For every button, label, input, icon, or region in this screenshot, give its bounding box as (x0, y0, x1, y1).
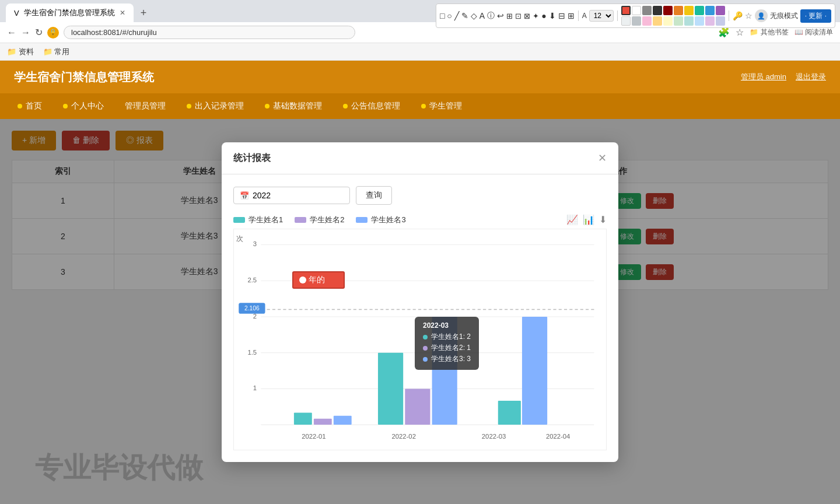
chart-legend: 学生姓名1 学生姓名2 学生姓名3 (233, 215, 406, 225)
color-white[interactable] (632, 6, 641, 15)
refresh-button[interactable]: ↻ (35, 27, 43, 38)
color-lt-blue2[interactable] (716, 16, 725, 26)
logout-button[interactable]: 退出登录 (796, 72, 826, 82)
color-darkred[interactable] (663, 6, 673, 15)
update-button[interactable]: · 更新 · (800, 9, 831, 23)
color-red[interactable] (621, 6, 631, 15)
color-lt-teal[interactable] (684, 16, 694, 26)
bar-chart-icon[interactable]: 📊 (583, 214, 594, 225)
bookmark-star[interactable]: ☆ (736, 27, 744, 38)
color-lt-blue[interactable] (695, 16, 704, 26)
back-button[interactable]: ← (7, 27, 16, 38)
address-bar[interactable]: localhost:8081/#/churujilu (64, 26, 355, 39)
nav-basic-label: 基础数据管理 (273, 101, 322, 111)
ann-grid-icon[interactable]: ⊞ (506, 12, 513, 20)
color-orange[interactable] (674, 6, 683, 15)
nav-admin-mgmt[interactable]: 管理员管理 (114, 93, 176, 119)
ann-star-icon[interactable]: ✦ (533, 12, 539, 20)
ann-pencil-icon[interactable]: ✎ (461, 11, 468, 20)
tooltip-label-1: 学生姓名1: 2 (431, 332, 471, 342)
legend-color-2 (295, 217, 306, 223)
tooltip-dot-2 (423, 346, 428, 351)
ann-minus-icon[interactable]: ⊟ (558, 11, 565, 20)
red-box-cursor (299, 276, 306, 284)
ann-box2-icon[interactable]: ⊡ (515, 12, 522, 20)
reader-mode-icon[interactable]: 📖 阅读清单 (794, 27, 833, 37)
nav-student-dot (421, 104, 426, 108)
color-lt-yellow[interactable] (663, 16, 673, 26)
color-lt-gray[interactable] (621, 16, 631, 26)
tab-close-icon[interactable]: ✕ (120, 9, 125, 17)
star-fav-icon[interactable]: ☆ (745, 11, 752, 20)
tooltip-dot-1 (423, 335, 428, 340)
bookmarks-bar: 📁 资料 📁 常用 (0, 43, 840, 61)
ann-circle2-icon[interactable]: ● (541, 11, 546, 20)
ann-text-icon[interactable]: A (480, 11, 485, 20)
nav-student-mgmt[interactable]: 学生管理 (411, 93, 473, 119)
ann-circle-icon[interactable]: ○ (447, 11, 452, 20)
chart-toolbar: 📈 📊 ⬇ (566, 214, 607, 225)
color-teal[interactable] (695, 6, 704, 15)
svg-rect-23 (498, 401, 521, 425)
color-lt-green[interactable] (674, 16, 683, 26)
bookmark-item-2[interactable]: 📁 常用 (43, 47, 70, 57)
extension-icon: 🧩 (718, 27, 730, 38)
nav-profile[interactable]: 个人中心 (52, 93, 114, 119)
ann-plus-icon[interactable]: ⊞ (568, 11, 575, 20)
nav-notice-dot (343, 104, 348, 108)
forward-button[interactable]: → (21, 27, 30, 38)
ann-crop-icon[interactable]: ⊠ (524, 12, 530, 20)
legend-color-1 (233, 217, 245, 223)
nav-home-label: 首页 (26, 101, 42, 111)
color-blue[interactable] (705, 6, 715, 15)
admin-label[interactable]: 管理员 admin (741, 72, 786, 82)
line-chart-icon[interactable]: 📈 (566, 214, 578, 225)
nav-access-records[interactable]: 出入记录管理 (176, 93, 254, 119)
download-chart-icon[interactable]: ⬇ (599, 214, 607, 225)
nav-basic-data[interactable]: 基础数据管理 (254, 93, 332, 119)
nav-access-dot (187, 104, 191, 108)
ann-info-icon[interactable]: ⓘ (487, 10, 495, 21)
tooltip-dot-3 (423, 357, 428, 362)
nav-home[interactable]: 首页 (7, 93, 52, 119)
color-yellow[interactable] (684, 6, 694, 15)
ann-line-icon[interactable]: ╱ (454, 11, 459, 20)
ann-rect-icon[interactable]: □ (440, 11, 444, 20)
ann-download-icon[interactable]: ⬇ (549, 11, 556, 20)
legend-item-2: 学生姓名2 (295, 215, 344, 225)
svg-rect-19 (378, 353, 403, 425)
color-lt-purple[interactable] (705, 16, 715, 26)
modal-close-button[interactable]: ✕ (598, 152, 607, 164)
nav-notice-label: 公告信息管理 (351, 101, 400, 111)
svg-text:2022-02: 2022-02 (391, 433, 415, 440)
nav-notice[interactable]: 公告信息管理 (332, 93, 411, 119)
svg-text:2022-03: 2022-03 (482, 433, 506, 440)
year-input[interactable] (253, 191, 323, 200)
other-bookmarks-icon: 📁 其他书签 (750, 27, 788, 37)
active-tab[interactable]: V 学生宿舍门禁信息管理系统 ✕ (6, 4, 134, 22)
year-input-container[interactable]: 📅 (233, 187, 350, 204)
legend-item-1: 学生姓名1 (233, 215, 283, 225)
red-input-box[interactable]: 年的 (292, 271, 345, 289)
color-purple[interactable] (716, 6, 725, 15)
color-lt-orange[interactable] (653, 16, 662, 26)
font-size-select[interactable]: 121416 (589, 10, 614, 22)
query-button[interactable]: 查询 (356, 186, 392, 205)
ann-diamond-icon[interactable]: ◇ (471, 11, 477, 20)
y-axis-label: 次 (236, 234, 243, 244)
color-black[interactable] (653, 6, 662, 15)
svg-rect-18 (334, 416, 352, 425)
key-icon[interactable]: 🔑 (733, 11, 743, 20)
svg-rect-20 (405, 388, 430, 425)
app-container: 学生宿舍门禁信息管理系统 管理员 admin 退出登录 首页 个人中心 管理员管… (0, 61, 840, 504)
nav-profile-label: 个人中心 (71, 101, 104, 111)
tab-favicon: V (14, 9, 19, 18)
color-gray1[interactable] (642, 6, 652, 15)
ann-undo-icon[interactable]: ↩ (497, 11, 504, 20)
color-lt-gray2[interactable] (632, 16, 641, 26)
new-tab-button[interactable]: + (136, 7, 152, 19)
bookmark-item-1[interactable]: 📁 资料 (7, 47, 34, 57)
color-lt-pink[interactable] (642, 16, 652, 26)
modal-overlay: 统计报表 ✕ 📅 查询 (0, 119, 840, 504)
tooltip-label-3: 学生姓名3: 3 (431, 354, 471, 364)
